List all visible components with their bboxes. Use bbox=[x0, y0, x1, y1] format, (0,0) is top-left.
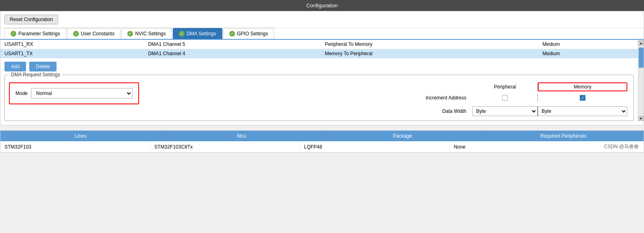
table-row[interactable]: USART1_TX DMA1 Channel 4 Memory To Perip… bbox=[0, 49, 638, 58]
table-row[interactable]: USART1_RX DMA1 Channel 5 Peripheral To M… bbox=[0, 40, 638, 49]
settings-container: Mode Normal Circular Peripheral Memory bbox=[9, 79, 629, 116]
tab-label-parameter: Parameter Settings bbox=[18, 31, 60, 37]
tabs-bar: ✓ Parameter Settings ✓ User Constants ✓ … bbox=[0, 28, 644, 40]
tab-dma-settings[interactable]: ✓ DMA Settings bbox=[173, 28, 222, 39]
tab-nvic-settings[interactable]: ✓ NVIC Settings bbox=[121, 28, 172, 39]
tab-label-gpio: GPIO Settings bbox=[237, 31, 268, 37]
bottom-data-row: STM32F103 STM32F103C8Tx LQFP48 None CSDN… bbox=[0, 141, 644, 152]
scroll-down-button[interactable]: ▼ bbox=[639, 116, 644, 121]
check-icon-dma: ✓ bbox=[179, 31, 185, 37]
peripheral-header-label: Peripheral bbox=[472, 84, 537, 90]
tab-user-constants[interactable]: ✓ User Constants bbox=[67, 28, 121, 39]
check-icon-gpio: ✓ bbox=[229, 31, 235, 37]
title-bar: Configuration bbox=[0, 0, 644, 11]
check-icon-nvic: ✓ bbox=[127, 31, 133, 37]
bottom-panel: Lines Mcu Package Required Peripherals S… bbox=[0, 130, 644, 153]
cell-lines: STM32F103 bbox=[0, 142, 150, 152]
section-label: DMA Request Settings bbox=[9, 72, 62, 78]
scrollbar-handle[interactable] bbox=[639, 47, 644, 68]
peripheral-checkbox-cell bbox=[472, 95, 537, 101]
bottom-row: STM32F103 STM32F103C8Tx LQFP48 None bbox=[0, 142, 599, 152]
header-lines: Lines bbox=[0, 131, 161, 141]
data-width-label: Data Width bbox=[147, 108, 472, 114]
tab-parameter-settings[interactable]: ✓ Parameter Settings bbox=[4, 28, 66, 39]
data-width-row: Data Width Byte Half Word Word Byte bbox=[147, 106, 629, 116]
check-icon-parameter: ✓ bbox=[11, 31, 16, 37]
memory-data-width-select[interactable]: Byte Half Word Word bbox=[538, 106, 627, 116]
main-panel: Reset Configuration ✓ Parameter Settings… bbox=[0, 11, 644, 125]
dma-channel-cell: DMA1 Channel 5 bbox=[144, 40, 321, 49]
reset-configuration-button[interactable]: Reset Configuration bbox=[4, 15, 58, 24]
scroll-up-button[interactable]: ▲ bbox=[639, 41, 644, 45]
action-buttons: Add Delete bbox=[0, 58, 638, 75]
scrollbar-track bbox=[639, 45, 644, 116]
cell-package: LQFP48 bbox=[300, 142, 450, 152]
check-icon-user: ✓ bbox=[73, 31, 79, 37]
toolbar: Reset Configuration bbox=[0, 11, 644, 28]
increment-address-label: Increment Address bbox=[147, 95, 472, 101]
header-package: Package bbox=[322, 131, 483, 141]
dma-priority-cell: Medium bbox=[538, 49, 638, 58]
header-mcu: Mcu bbox=[161, 131, 322, 141]
add-button[interactable]: Add bbox=[4, 62, 26, 71]
cell-required: None bbox=[450, 142, 599, 152]
pm-headers: Peripheral Memory bbox=[147, 82, 629, 91]
memory-checkbox-cell: ✓ bbox=[538, 95, 627, 101]
memory-header-label: Memory bbox=[538, 82, 627, 91]
peripheral-data-width-select[interactable]: Byte Half Word Word bbox=[472, 106, 537, 116]
header-required: Required Peripherals bbox=[483, 131, 644, 141]
dma-direction-cell: Peripheral To Memory bbox=[321, 40, 538, 49]
tab-label-nvic: NVIC Settings bbox=[135, 31, 165, 37]
tab-label-dma: DMA Settings bbox=[187, 31, 216, 37]
dma-table: USART1_RX DMA1 Channel 5 Peripheral To M… bbox=[0, 40, 638, 58]
tab-gpio-settings[interactable]: ✓ GPIO Settings bbox=[223, 28, 274, 39]
memory-data-width-cell: Byte Half Word Word bbox=[538, 106, 627, 116]
right-scrollbar[interactable]: ▲ ▼ bbox=[638, 40, 644, 121]
bottom-table-header: Lines Mcu Package Required Peripherals bbox=[0, 131, 644, 141]
delete-button[interactable]: Delete bbox=[29, 62, 57, 71]
peripheral-data-width-cell: Byte Half Word Word bbox=[472, 106, 537, 116]
dma-name-cell: USART1_RX bbox=[0, 40, 144, 49]
watermark: CSDN @马睿睿 bbox=[599, 141, 644, 152]
memory-increment-checkbox[interactable]: ✓ bbox=[580, 95, 585, 101]
mode-section: Mode Normal Circular bbox=[9, 82, 139, 104]
peripheral-memory-section: Peripheral Memory Increment Address ✓ bbox=[139, 82, 629, 116]
dma-priority-cell: Medium bbox=[538, 40, 638, 49]
mode-select[interactable]: Normal Circular bbox=[31, 88, 133, 99]
tab-label-user: User Constants bbox=[81, 31, 115, 37]
title-label: Configuration bbox=[306, 2, 337, 9]
cell-mcu: STM32F103C8Tx bbox=[150, 142, 300, 152]
dma-channel-cell: DMA1 Channel 4 bbox=[144, 49, 321, 58]
mode-label: Mode bbox=[15, 91, 28, 96]
peripheral-increment-checkbox[interactable] bbox=[502, 95, 508, 101]
increment-address-row: Increment Address ✓ bbox=[147, 94, 629, 102]
main-content: USART1_RX DMA1 Channel 5 Peripheral To M… bbox=[0, 40, 644, 121]
dma-request-settings-section: DMA Request Settings Mode Normal Circula… bbox=[4, 75, 634, 121]
dma-name-cell: USART1_TX bbox=[0, 49, 144, 58]
dma-direction-cell: Memory To Peripheral bbox=[321, 49, 538, 58]
